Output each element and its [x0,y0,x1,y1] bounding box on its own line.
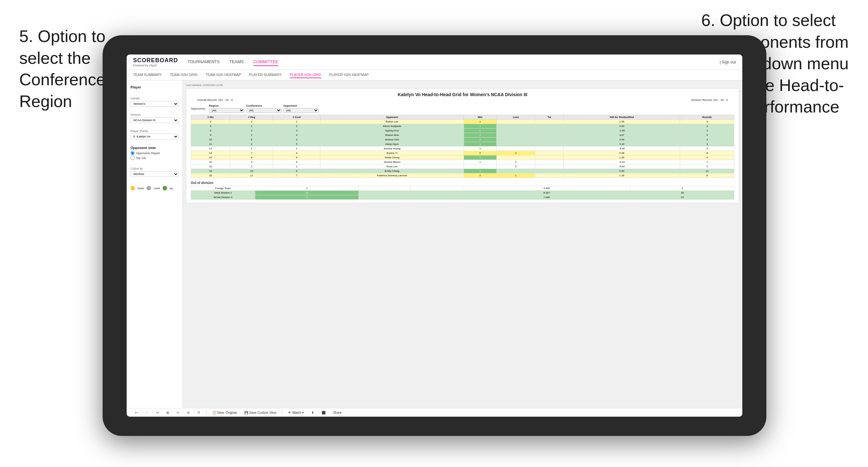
sub-nav-team-h2h-grid[interactable]: TEAM H2H GRID [170,72,197,78]
sidebar-radio-opponents[interactable]: Opponents Played [130,151,179,155]
out-of-division: Out of division Foreign Team 14.5002 NAI… [191,181,734,200]
toolbar-timer[interactable]: ⏱ [195,410,202,415]
dot-up [162,186,167,190]
nav-tournaments[interactable]: TOURNAMENTS [188,58,220,66]
tablet-screen: SCOREBOARD Powered by clippd TOURNAMENTS… [127,55,742,417]
table-row: Foreign Team 14.5002 [191,186,734,191]
logo-text: SCOREBOARD [133,57,178,64]
td-opponent: Esther Lee [320,120,464,124]
toolbar-circle[interactable]: ⊘ [185,410,191,415]
toolbar-watch[interactable]: 👁 Watch ▾ [286,410,306,415]
filter-conference-block: Conference (All) [246,104,282,113]
nav-items: TOURNAMENTS TEAMS COMMITTEE [188,58,710,66]
toolbar-undo[interactable]: ↩ [133,410,140,415]
filter-region-block: Region (All) [209,104,244,113]
logo-sub: Powered by clippd [133,64,157,67]
sidebar-gender-select[interactable]: Women's [130,101,179,107]
td-loss [497,120,535,124]
toolbar-divider-2 [282,410,282,415]
sidebar-division-label: Division [130,113,179,116]
dot-level-label: Level [154,187,160,190]
filter-section: Opponents: Region (All) Conference ( [191,104,734,113]
filter-conference-select[interactable]: (All) [246,108,282,113]
table-row: 1125 Heejo Hyun 1 3.333 [191,142,734,147]
td-div: 3 [191,120,230,124]
sidebar-colour-by-section: Colour by Win/loss [130,167,179,177]
app-header: SCOREBOARD Powered by clippd TOURNAMENTS… [127,55,742,70]
records-row: Overall Record: 353 - 34 - 6 Division Re… [191,98,734,102]
dot-down-label: Down [137,187,144,190]
dot-down [130,186,135,190]
toolbar-grid[interactable]: ⊞ [164,410,171,415]
sub-nav-player-h2h-heatmap[interactable]: PLAYER H2H HEATMAP [329,72,369,78]
bottom-toolbar: ↩ ← ↪ ⊞ ✂ ⊘ ⏱ 📋 View: Original 💾 Save Cu… [127,408,742,417]
table-row: 633 Sydney Kuo 1 -1.003 [191,128,734,133]
sub-nav-player-h2h-grid[interactable]: PLAYER H2H GRID [290,72,321,78]
th-tie: Tie [535,115,564,120]
main-data-table: # Div # Reg # Conf Opponent Win Loss Tie… [191,115,734,178]
table-row: 1474 Eunice Yi 22 0.389 [191,151,734,155]
out-of-division-title: Out of division [191,181,734,185]
sidebar-opponent-view-section: Opponent view Opponents Played Top 100 [130,146,179,161]
filter-opponent-select[interactable]: (All) [283,108,319,113]
th-rounds: Rounds [680,115,734,120]
table-row: 331 Esther Lee 1 1.504 [191,120,734,124]
sidebar-player-rank-select[interactable]: 6. Katelyn Vo [130,134,179,139]
opponents-row: Opponents: Region (All) Conference ( [191,104,734,113]
th-opponent: Opponent [320,115,464,120]
sidebar-radio-top100[interactable]: Top 100 [130,156,179,160]
sidebar-division-section: Division NCAA Division III [130,113,179,123]
toolbar-upload[interactable]: ⬆ [309,410,316,415]
opponents-label: Opponents: [191,107,206,110]
sidebar: Player Gender Women's Division NCAA Divi… [127,81,183,408]
content-area: Last Updated: 27/03/2024 12:46 Katelyn V… [183,81,742,408]
th-div: # Div [191,115,230,120]
sidebar-opponent-view-title: Opponent view [130,146,179,150]
td-tie [535,120,564,124]
sidebar-player-title: Player [130,85,179,89]
th-loss: Loss [497,115,535,120]
nav-teams[interactable]: TEAMS [229,58,244,66]
out-of-division-table: Foreign Team 14.5002 NAIA Division 1 159… [191,186,734,200]
sidebar-dots-row: Down Level Up [130,186,179,190]
tablet-device: SCOREBOARD Powered by clippd TOURNAMENTS… [103,35,766,436]
toolbar-back[interactable]: ← [143,410,150,415]
sidebar-colour-by-label: Colour by [130,167,179,170]
toolbar-divider-1 [206,410,207,415]
sidebar-colour-by-select[interactable]: Win/loss [130,171,179,177]
filter-region-select[interactable]: (All) [209,108,244,113]
sidebar-division-select[interactable]: NCAA Division III [130,117,179,123]
table-row: 1063 Andrea York 2 4.004 [191,137,734,142]
overall-record: Overall Record: 353 - 34 - 6 [197,98,233,102]
toolbar-share[interactable]: Share [331,410,344,415]
main-content: Player Gender Women's Division NCAA Divi… [127,81,742,408]
table-row: 1636 Jessica Mason 12 -0.947 [191,160,734,164]
nav-committee[interactable]: COMMITTEE [253,58,278,66]
th-reg: # Reg [230,115,273,120]
table-row: 914 Sharon Mun 1 3.673 [191,133,734,137]
last-updated: Last Updated: 27/03/2024 12:46 [186,84,739,87]
sub-nav-player-summary[interactable]: PLAYER SUMMARY [249,72,282,78]
filter-conference-title: Conference [246,104,282,107]
filter-region-title: Region [209,104,244,107]
filter-opponent-title: Opponent [283,104,319,107]
toolbar-cut[interactable]: ✂ [175,410,181,415]
td-rounds: 4 [680,120,734,124]
td-conf: 1 [273,120,320,124]
logo-area: SCOREBOARD Powered by clippd [133,57,178,67]
sub-nav-team-h2h-heatmap[interactable]: TEAM H2H HEATMAP [206,72,241,78]
table-row: NCAA Division 2 57.40010 [191,195,734,200]
toolbar-view-original[interactable]: 📋 View: Original [210,410,239,415]
sidebar-gender-section: Gender Women's [130,97,179,107]
table-row: 522 Alexis Sudjianto 1 4.003 [191,124,734,128]
toolbar-snapshot[interactable]: ⬛ [320,410,328,415]
sidebar-gender-label: Gender [130,97,179,100]
toolbar-save-custom[interactable]: 💾 Save Custom View [242,410,278,415]
toolbar-redo[interactable]: ↪ [154,410,161,415]
dot-level [147,186,151,190]
table-row: 20117 Federica Domecq Lacroze 21 1.336 [191,174,734,178]
dot-up-label: Up [169,187,173,190]
table-row: 19106 Emily Chang 4 0.3011 [191,169,734,174]
sign-out-link[interactable]: | Sign out [720,60,736,64]
sub-nav-team-summary[interactable]: TEAM SUMMARY [133,72,162,78]
